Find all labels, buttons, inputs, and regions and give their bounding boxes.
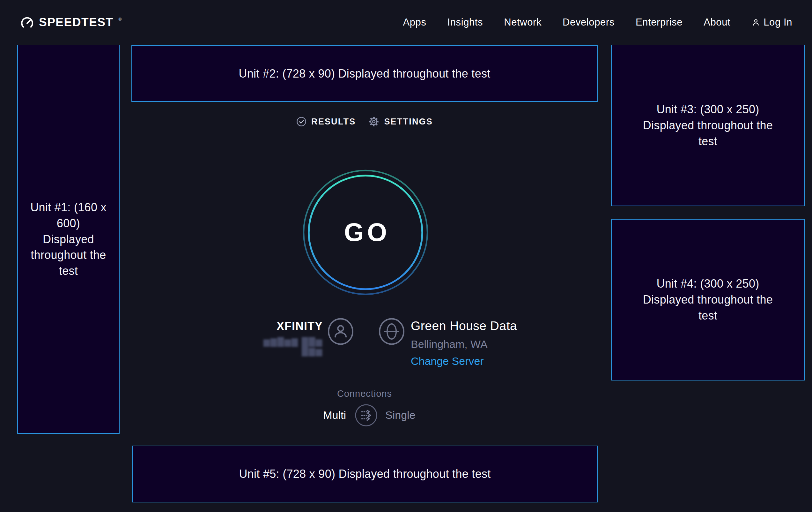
change-server-link[interactable]: Change Server [411,355,484,368]
nav-item-enterprise[interactable]: Enterprise [636,17,683,28]
nav-item-apps[interactable]: Apps [403,17,426,28]
go-ring [303,169,428,295]
ad-unit-1[interactable]: Unit #1: (160 x 600) Displayed throughou… [17,45,120,434]
server-name: Green House Data [411,319,517,333]
user-icon [751,18,760,27]
logo-text: SPEEDTEST [39,16,114,29]
server-location: Bellingham, WA [411,338,488,350]
ad-unit-2-text: Unit #2: (728 x 90) Displayed throughout… [238,66,490,82]
registered-mark: ® [119,17,122,22]
nav-item-network[interactable]: Network [504,17,542,28]
nav-item-insights[interactable]: Insights [447,17,483,28]
ad-unit-5-text: Unit #5: (728 x 90) Displayed throughout… [239,466,491,482]
nav-item-about[interactable]: About [703,17,730,28]
speedtest-logo[interactable]: SPEEDTEST ® [20,15,121,30]
connection-mode-toggle-icon[interactable] [355,404,378,427]
gear-icon [368,116,379,127]
main-nav: Apps Insights Network Developers Enterpr… [403,17,792,28]
isp-masked-value: ▆▇█▆▇ ██▆ █▇▆ [253,337,323,356]
ad-unit-3-text: Unit #3: (300 x 250) Displayed throughou… [640,102,776,149]
top-nav-bar: SPEEDTEST ® Apps Insights Network Develo… [0,0,812,45]
ad-unit-4[interactable]: Unit #4: (300 x 250) Displayed throughou… [611,219,805,380]
connections-option-single[interactable]: Single [385,409,415,421]
ad-unit-3[interactable]: Unit #3: (300 x 250) Displayed throughou… [611,45,805,206]
go-button[interactable]: GO [303,169,428,295]
tab-settings-label: SETTINGS [384,117,433,127]
check-circle-icon [296,116,307,127]
isp-name: XFINITY [223,320,323,333]
connections-option-multi[interactable]: Multi [287,409,346,421]
isp-user-badge-icon [327,318,354,345]
tab-results-label: RESULTS [311,117,356,127]
tab-results[interactable]: RESULTS [296,116,356,127]
connections-label: Connections [132,388,598,399]
nav-item-login[interactable]: Log In [751,17,792,28]
tab-settings[interactable]: SETTINGS [368,116,433,127]
server-globe-badge-icon [378,318,405,345]
ad-unit-1-text: Unit #1: (160 x 600) Displayed throughou… [30,199,107,279]
nav-item-developers[interactable]: Developers [562,17,615,28]
tabs-row: RESULTS SETTINGS [132,116,598,127]
ad-unit-4-text: Unit #4: (300 x 250) Displayed throughou… [640,276,776,323]
ad-unit-5[interactable]: Unit #5: (728 x 90) Displayed throughout… [132,446,598,503]
login-label: Log In [763,17,792,28]
gauge-icon [20,15,34,30]
ad-unit-2[interactable]: Unit #2: (728 x 90) Displayed throughout… [132,45,598,102]
